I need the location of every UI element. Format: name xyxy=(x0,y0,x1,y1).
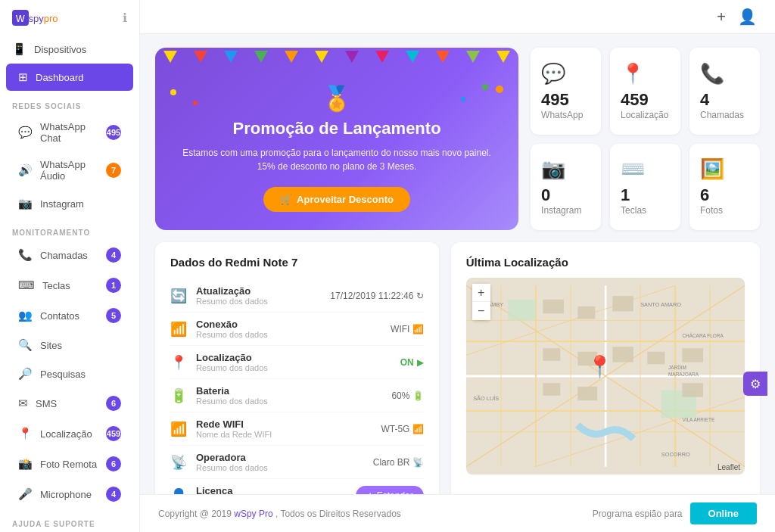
map-controls: + − xyxy=(472,284,490,320)
svg-rect-26 xyxy=(682,348,703,362)
operadora-value: Claro BR 📡 xyxy=(373,457,424,468)
svg-text:CHÁCARA FLORA: CHÁCARA FLORA xyxy=(682,332,724,338)
sidebar-item-teclas[interactable]: ⌨ Teclas 1 xyxy=(6,271,133,300)
promo-title: Promoção de Lançamento xyxy=(233,119,441,138)
instagram-stat-label: Instagram xyxy=(541,205,581,216)
sidebar-item-localizacao[interactable]: 📍 Localização 459 xyxy=(6,419,133,448)
promo-card: 🏅 Promoção de Lançamento Estamos com uma… xyxy=(155,48,518,230)
svg-rect-25 xyxy=(647,352,665,365)
device-icon: 📱 xyxy=(12,42,26,56)
stat-card-localizacao: 📍 459 Localização xyxy=(610,48,680,135)
whatsapp-audio-icon: 🔊 xyxy=(18,163,33,177)
foto-remota-badge: 6 xyxy=(106,456,121,471)
wifi-icon: 📶 xyxy=(170,321,188,338)
extend-button[interactable]: ✦ Estender xyxy=(356,486,424,495)
atualizacao-value: 17/12/2019 11:22:46 ↻ xyxy=(330,291,423,301)
bateria-label: Bateria xyxy=(196,385,391,397)
sidebar-item-sms[interactable]: ✉ SMS 6 xyxy=(6,389,133,418)
operadora-label: Operadora xyxy=(196,452,373,463)
refresh-icon: 🔄 xyxy=(170,288,188,304)
teclas-stat-number: 1 xyxy=(621,185,630,205)
bateria-sublabel: Resumo dos dados xyxy=(196,397,391,406)
logo-pro: pro xyxy=(44,13,58,24)
online-badge: Online xyxy=(690,502,757,524)
localizacao-row-label: Localização xyxy=(196,352,400,363)
operadora-icon: 📡 xyxy=(170,454,188,471)
fotos-stat-number: 6 xyxy=(700,185,709,205)
conexao-sublabel: Resumo dos dados xyxy=(196,330,391,339)
operadora-sublabel: Resumo dos dados xyxy=(196,463,373,472)
sidebar-item-instagram[interactable]: 📷 Instagram xyxy=(6,190,133,217)
svg-rect-27 xyxy=(543,383,560,396)
svg-text:SOCORRO: SOCORRO xyxy=(661,451,690,458)
stat-card-whatsapp: 💬 495 WhatsApp xyxy=(531,48,601,135)
promo-decorations xyxy=(155,48,518,93)
confetti-dot xyxy=(461,97,465,101)
promo-button[interactable]: 🛒 Aproveitar Desconto xyxy=(263,187,410,212)
sidebar-item-pesquisas[interactable]: 🔎 Pesquisas xyxy=(6,360,133,387)
whatsapp-audio-badge: 7 xyxy=(106,163,121,178)
flag-12 xyxy=(496,51,510,63)
flag-11 xyxy=(466,51,480,63)
sites-icon: 🔍 xyxy=(18,338,33,352)
cart-icon: 🛒 xyxy=(280,194,292,205)
footer-brand-link[interactable]: wSpy Pro xyxy=(234,509,272,519)
localizacao-stat-icon: 📍 xyxy=(621,62,645,86)
section-redes: REDES SOCIAIS xyxy=(0,92,139,114)
footer: Copyright @ 2019 wSpy Pro , Todos os Dir… xyxy=(140,494,775,532)
footer-right: Programa espião para Online xyxy=(593,502,757,524)
svg-rect-19 xyxy=(543,300,564,313)
teclas-label: Teclas xyxy=(42,280,70,291)
sidebar-item-whatsapp-chat[interactable]: 💬 WhatsApp Chat 495 xyxy=(6,114,133,151)
map-zoom-out-button[interactable]: − xyxy=(472,302,490,320)
atualizacao-sublabel: Resumo dos dados xyxy=(196,297,330,306)
svg-text:JARDIM: JARDIM xyxy=(668,365,686,370)
map-zoom-in-button[interactable]: + xyxy=(472,284,490,302)
confetti-dot xyxy=(170,89,176,95)
info-icon[interactable]: ℹ xyxy=(123,11,127,25)
sidebar-item-sites[interactable]: 🔍 Sites xyxy=(6,331,133,359)
device-row-licenca: 👤 Licença Válida até: 04/03/2020 ✦ Esten… xyxy=(170,479,424,494)
svg-rect-29 xyxy=(682,383,703,397)
instagram-icon: 📷 xyxy=(18,197,33,210)
promo-button-label: Aproveitar Desconto xyxy=(297,194,394,205)
whatsapp-stat-icon: 💬 xyxy=(541,62,565,86)
rede-wifi-value: WT-5G 📶 xyxy=(381,424,423,434)
sidebar-item-microphone[interactable]: 🎤 Microphone 4 xyxy=(6,480,133,509)
rede-wifi-icon: 📶 xyxy=(170,421,188,437)
device-row-operadora: 📡 Operadora Resumo dos dados Claro BR 📡 xyxy=(170,446,424,479)
sidebar-item-contatos[interactable]: 👥 Contatos 5 xyxy=(6,301,133,330)
chamadas-label: Chamadas xyxy=(40,250,88,261)
sidebar-item-foto-remota[interactable]: 📸 Foto Remota 6 xyxy=(6,450,133,478)
map-card: Última Localização xyxy=(451,242,760,494)
dashboard-icon: ⊞ xyxy=(18,70,28,84)
sites-label: Sites xyxy=(40,340,62,351)
svg-text:SÃO LUÍS: SÃO LUÍS xyxy=(473,395,499,402)
section-help: AJUDA E SUPORTE xyxy=(0,509,139,531)
svg-rect-21 xyxy=(612,296,633,311)
rede-wifi-label: Rede WIFI xyxy=(196,418,381,430)
sms-label: SMS xyxy=(36,398,57,409)
settings-fab-button[interactable]: ⚙ xyxy=(743,372,767,396)
sms-badge: 6 xyxy=(106,396,121,411)
stat-card-fotos: 🖼️ 6 Fotos xyxy=(689,144,760,231)
chamadas-icon: 📞 xyxy=(18,248,33,262)
rede-wifi-sublabel: Nome da Rede WIFI xyxy=(196,430,381,439)
instagram-stat-icon: 📷 xyxy=(541,157,565,181)
device-row-bateria: 🔋 Bateria Resumo dos dados 60% 🔋 xyxy=(170,379,424,412)
sidebar-item-chamadas[interactable]: 📞 Chamadas 4 xyxy=(6,241,133,269)
device-row-atualizacao: 🔄 Atualização Resumo dos dados 17/12/201… xyxy=(170,279,424,313)
add-icon[interactable]: + xyxy=(717,8,726,26)
sidebar-item-dispositivos[interactable]: 📱 Dispositivos xyxy=(0,36,139,63)
user-icon[interactable]: 👤 xyxy=(738,8,757,26)
localizacao-row-value: ON ▶ xyxy=(400,357,424,368)
localizacao-icon: 📍 xyxy=(18,427,33,440)
device-card: Dados do Redmi Note 7 🔄 Atualização Resu… xyxy=(155,242,439,494)
whatsapp-stat-number: 495 xyxy=(541,90,569,110)
microphone-icon: 🎤 xyxy=(18,487,33,501)
map-pin: 📍 xyxy=(587,354,613,379)
sidebar-item-dashboard[interactable]: ⊞ Dashboard xyxy=(6,64,133,91)
sidebar-item-whatsapp-audio[interactable]: 🔊 WhatsApp Áudio 7 xyxy=(6,152,133,188)
svg-rect-28 xyxy=(577,387,597,400)
footer-program-label: Programa espião para xyxy=(593,509,683,519)
